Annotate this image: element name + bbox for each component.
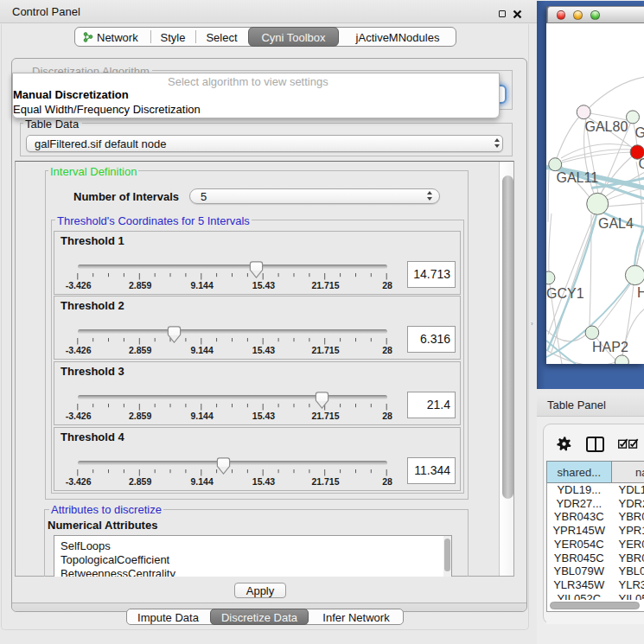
svg-text:GAL11: GAL11	[557, 170, 599, 185]
svg-text:GCY1: GCY1	[546, 286, 584, 301]
svg-text:H: H	[637, 285, 644, 300]
svg-text:GAL4: GAL4	[598, 216, 634, 231]
svg-text:G: G	[639, 156, 644, 171]
svg-text:GAL80: GAL80	[585, 119, 628, 134]
svg-text:GA: GA	[635, 125, 644, 140]
svg-text:HAP2: HAP2	[592, 340, 628, 354]
